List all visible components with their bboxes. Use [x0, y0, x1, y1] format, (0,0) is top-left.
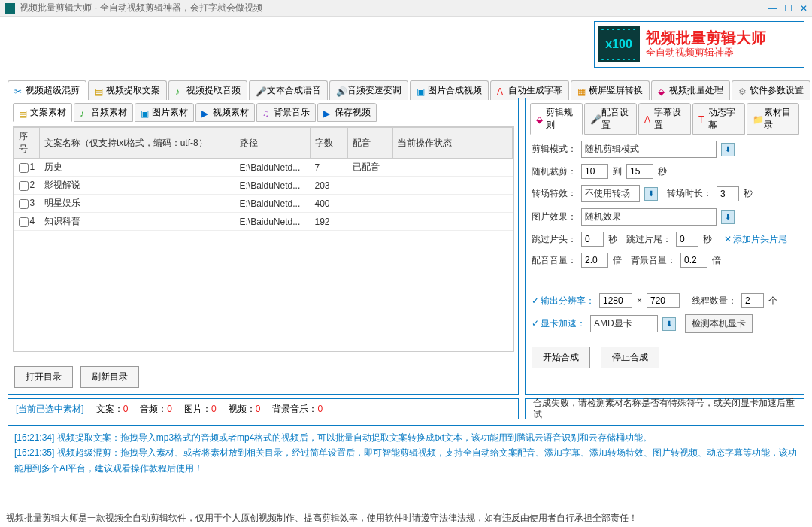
row-checkbox[interactable]: [19, 163, 29, 173]
table-row[interactable]: 4知识科普E:\BaiduNetd...192: [14, 213, 513, 231]
res-w-input[interactable]: [599, 293, 632, 308]
app-icon: [5, 3, 15, 14]
row-checkbox[interactable]: [19, 217, 29, 227]
left-panel: ▤文案素材 ♪音频素材 ▣图片素材 ▶视频素材 ♫背景音乐 ▶保存视频 序号 文…: [8, 98, 519, 395]
table-row[interactable]: 2影视解说E:\BaiduNetd...203: [14, 177, 513, 195]
detect-gpu-button[interactable]: 检测本机显卡: [685, 314, 753, 333]
batch-icon: ⬙: [658, 86, 667, 95]
banner: x100 视频批量剪辑大师 全自动视频剪辑神器: [594, 21, 804, 68]
refresh-dir-button[interactable]: 刷新目录: [80, 366, 139, 388]
log-line: [16:21:35] 视频超级混剪：拖拽导入素材、或者将素材放到相关目录，经过简…: [14, 445, 798, 476]
play-icon: ▶: [201, 108, 211, 117]
dub-vol-input[interactable]: [581, 253, 608, 268]
wave-icon: ♪: [175, 86, 184, 95]
stab-video[interactable]: ▶视频素材: [195, 103, 255, 122]
transition-select[interactable]: 不使用转场: [581, 185, 640, 202]
banner-title: 视频批量剪辑大师: [646, 29, 766, 46]
log-panel[interactable]: [16:21:34] 视频提取文案：拖拽导入mp3格式的音频或者mp4格式的视频…: [8, 425, 804, 498]
minimize-button[interactable]: —: [768, 3, 777, 14]
skip-head-input[interactable]: [581, 232, 604, 247]
right-subtabs: ⬙剪辑规则 🎤配音设置 A字幕设置 T动态字幕 📁素材目录: [530, 103, 799, 135]
dropdown-icon[interactable]: ⬇: [721, 143, 735, 156]
folder-icon: 📁: [753, 114, 762, 123]
banner-subtitle: 全自动视频剪辑神器: [646, 46, 766, 59]
table-row[interactable]: 1历史E:\BaiduNetd...7已配音: [14, 159, 513, 177]
mode-select[interactable]: 随机剪辑模式: [581, 141, 717, 158]
stab-rules[interactable]: ⬙剪辑规则: [530, 103, 583, 135]
close-button[interactable]: ✕: [800, 3, 807, 14]
status-right: 合成失败，请检测素材名称是否有特殊符号，或关闭显卡加速后重试: [525, 398, 804, 419]
image-icon: ▣: [417, 86, 426, 95]
scissors-icon: ✂: [14, 86, 23, 95]
scissors-icon: ⬙: [536, 114, 544, 123]
document-icon: ▤: [19, 108, 28, 117]
right-panel: ⬙剪辑规则 🎤配音设置 A字幕设置 T动态字幕 📁素材目录 剪辑模式：随机剪辑模…: [525, 98, 804, 395]
mic-icon: 🎤: [256, 86, 265, 95]
stab-matdir[interactable]: 📁素材目录: [747, 103, 799, 135]
row-checkbox[interactable]: [19, 181, 29, 191]
stab-dub[interactable]: 🎤配音设置: [584, 103, 637, 135]
col-index[interactable]: 序号: [14, 128, 40, 159]
thread-input[interactable]: [741, 293, 764, 308]
log-line: [16:21:34] 视频提取文案：拖拽导入mp3格式的音频或者mp4格式的视频…: [14, 430, 798, 445]
left-subtabs: ▤文案素材 ♪音频素材 ▣图片素材 ▶视频素材 ♫背景音乐 ▶保存视频: [13, 103, 514, 122]
cut-to-input[interactable]: [626, 164, 653, 179]
dropdown-icon[interactable]: ⬇: [644, 187, 658, 201]
gear-icon: ⚙: [738, 86, 747, 95]
bgm-vol-input[interactable]: [680, 253, 707, 268]
stop-button[interactable]: 停止合成: [601, 347, 659, 368]
wave-icon: ♪: [80, 108, 89, 117]
save-icon: ▶: [323, 108, 332, 117]
stab-text[interactable]: ▤文案素材: [13, 103, 72, 122]
mic-icon: 🎤: [590, 114, 599, 123]
stab-dyn-sub[interactable]: T动态字幕: [692, 103, 745, 135]
res-h-input[interactable]: [647, 293, 680, 308]
dropdown-icon[interactable]: ⬇: [721, 210, 735, 224]
dropdown-icon[interactable]: ⬇: [662, 317, 676, 331]
material-grid[interactable]: 序号 文案名称（仅支持txt格式，编码：utf-8） 路径 字数 配音 当前操作…: [13, 126, 514, 352]
gpu-select[interactable]: AMD显卡: [590, 315, 658, 332]
titlebar: 视频批量剪辑大师 - 全自动视频剪辑神器，会打字就会做视频 — ☐ ✕: [0, 0, 812, 17]
col-status[interactable]: 当前操作状态: [393, 128, 513, 159]
stab-image[interactable]: ▣图片素材: [135, 103, 194, 122]
table-row[interactable]: 3明星娱乐E:\BaiduNetd...400: [14, 195, 513, 213]
music-icon: ♫: [262, 108, 271, 117]
transition-len-input[interactable]: [717, 186, 739, 201]
text-t-icon: T: [698, 114, 706, 123]
window-title: 视频批量剪辑大师 - 全自动视频剪辑神器，会打字就会做视频: [20, 2, 262, 14]
status-left: [当前已选中素材] 文案：0 音频：0 图片：0 视频：0 背景音乐：0: [8, 398, 519, 419]
banner-logo: x100: [598, 26, 640, 62]
start-button[interactable]: 开始合成: [532, 347, 590, 368]
cut-from-input[interactable]: [581, 164, 608, 179]
res-check[interactable]: 输出分辨率：: [532, 295, 595, 307]
col-name[interactable]: 文案名称（仅支持txt格式，编码：utf-8）: [40, 128, 235, 159]
text-aa-icon: A: [497, 86, 506, 95]
rotate-icon: ▦: [577, 86, 586, 95]
col-count[interactable]: 字数: [311, 128, 348, 159]
stab-audio[interactable]: ♪音频素材: [74, 103, 133, 122]
document-icon: ▤: [95, 86, 104, 95]
pic-effect-select[interactable]: 随机效果: [581, 208, 717, 226]
text-aa-icon: A: [644, 114, 652, 123]
image-icon: ▣: [141, 108, 150, 117]
stab-subtitle[interactable]: A字幕设置: [638, 103, 691, 135]
row-checkbox[interactable]: [19, 199, 29, 209]
open-dir-button[interactable]: 打开目录: [14, 366, 73, 388]
col-path[interactable]: 路径: [235, 128, 311, 159]
add-headtail-link[interactable]: 添加片头片尾: [724, 233, 787, 246]
speaker-icon: 🔊: [336, 86, 345, 95]
stab-save[interactable]: ▶保存视频: [317, 103, 377, 122]
maximize-button[interactable]: ☐: [784, 3, 792, 14]
col-dub[interactable]: 配音: [348, 128, 393, 159]
gpu-check[interactable]: 显卡加速：: [532, 317, 586, 330]
skip-tail-input[interactable]: [676, 232, 698, 247]
stab-bgm[interactable]: ♫背景音乐: [256, 103, 316, 122]
footer-text: 视频批量剪辑大师是一款视频全自动剪辑软件，仅用于个人原创视频制作、提高剪辑效率，…: [0, 509, 812, 527]
